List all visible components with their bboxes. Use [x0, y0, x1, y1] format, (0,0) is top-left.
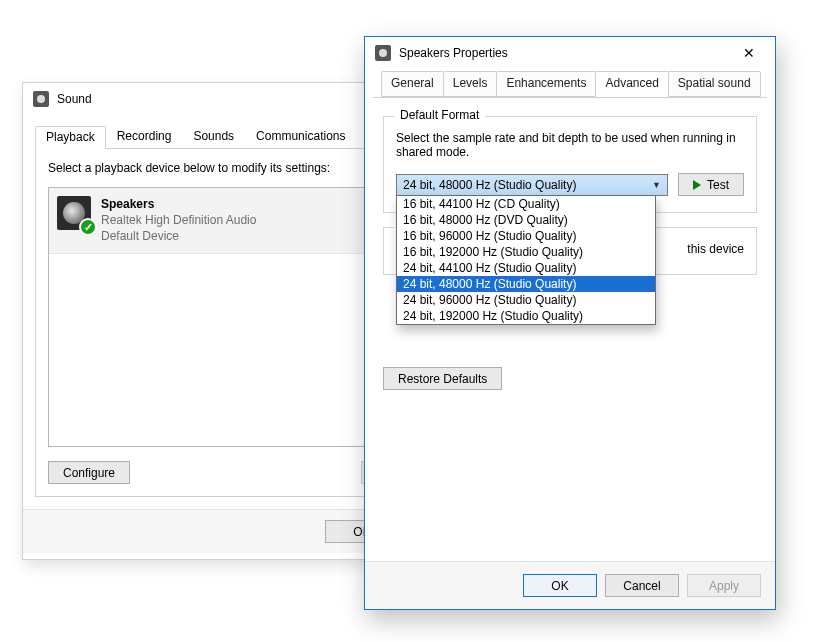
format-option[interactable]: 24 bit, 192000 Hz (Studio Quality): [397, 308, 655, 324]
tab-communications[interactable]: Communications: [245, 125, 356, 148]
format-option-selected[interactable]: 24 bit, 48000 Hz (Studio Quality): [397, 276, 655, 292]
chevron-down-icon: ▼: [652, 180, 661, 190]
format-option[interactable]: 24 bit, 44100 Hz (Studio Quality): [397, 260, 655, 276]
device-name: Speakers: [101, 196, 256, 212]
sound-title: Sound: [57, 92, 92, 106]
properties-title: Speakers Properties: [399, 46, 508, 60]
properties-apply-button: Apply: [687, 574, 761, 597]
play-icon: [693, 180, 701, 190]
format-dropdown[interactable]: 24 bit, 48000 Hz (Studio Quality) ▼: [396, 174, 668, 196]
configure-button[interactable]: Configure: [48, 461, 130, 484]
tab-advanced[interactable]: Advanced: [595, 71, 668, 97]
test-label: Test: [707, 178, 729, 192]
speaker-icon: [375, 45, 391, 61]
speaker-device-icon: ✓: [57, 196, 91, 230]
device-driver: Realtek High Definition Audio: [101, 212, 256, 228]
properties-ok-button[interactable]: OK: [523, 574, 597, 597]
format-option[interactable]: 24 bit, 96000 Hz (Studio Quality): [397, 292, 655, 308]
tab-general[interactable]: General: [381, 71, 444, 97]
close-icon: ✕: [743, 45, 755, 61]
properties-titlebar[interactable]: Speakers Properties ✕: [365, 37, 775, 69]
default-check-icon: ✓: [79, 218, 97, 236]
tab-recording[interactable]: Recording: [106, 125, 183, 148]
properties-tabs: General Levels Enhancements Advanced Spa…: [373, 71, 767, 97]
tab-enhancements[interactable]: Enhancements: [496, 71, 596, 97]
format-option[interactable]: 16 bit, 96000 Hz (Studio Quality): [397, 228, 655, 244]
test-button[interactable]: Test: [678, 173, 744, 196]
format-option[interactable]: 16 bit, 44100 Hz (CD Quality): [397, 196, 655, 212]
properties-buttons: OK Cancel Apply: [365, 561, 775, 609]
default-format-legend: Default Format: [394, 108, 485, 122]
tab-sounds[interactable]: Sounds: [182, 125, 245, 148]
close-button[interactable]: ✕: [731, 41, 767, 65]
format-option[interactable]: 16 bit, 192000 Hz (Studio Quality): [397, 244, 655, 260]
tab-playback[interactable]: Playback: [35, 126, 106, 149]
tab-levels[interactable]: Levels: [443, 71, 498, 97]
speaker-icon: [33, 91, 49, 107]
device-status: Default Device: [101, 228, 256, 244]
tab-spatial-sound[interactable]: Spatial sound: [668, 71, 761, 97]
format-option[interactable]: 16 bit, 48000 Hz (DVD Quality): [397, 212, 655, 228]
format-selected: 24 bit, 48000 Hz (Studio Quality): [403, 178, 576, 192]
format-dropdown-list[interactable]: 16 bit, 44100 Hz (CD Quality) 16 bit, 48…: [396, 195, 656, 325]
default-format-hint: Select the sample rate and bit depth to …: [396, 131, 744, 159]
device-text: Speakers Realtek High Definition Audio D…: [101, 196, 256, 245]
restore-defaults-button[interactable]: Restore Defaults: [383, 367, 502, 390]
properties-cancel-button[interactable]: Cancel: [605, 574, 679, 597]
